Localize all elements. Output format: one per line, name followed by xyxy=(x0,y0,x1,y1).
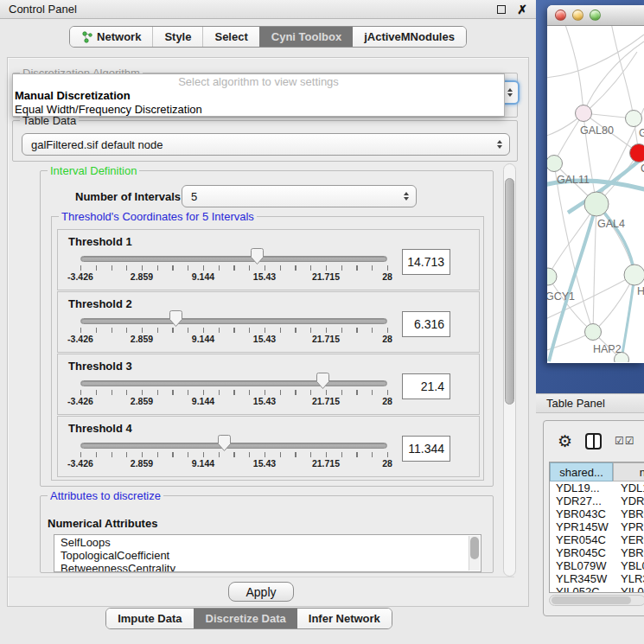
float-window-icon[interactable] xyxy=(497,5,506,14)
scrollbar-thumb[interactable] xyxy=(552,596,631,604)
table-cell[interactable]: YDL19... xyxy=(550,481,613,494)
table-cell[interactable]: YIL052C xyxy=(550,585,613,593)
node-label-clipped-c: C xyxy=(641,163,644,175)
settings-scrollbar[interactable] xyxy=(503,163,516,577)
table-cell[interactable]: YDR27... xyxy=(550,494,613,507)
table-cell[interactable]: YBR0 xyxy=(613,546,644,559)
tab-jactivemnodules[interactable]: jActiveMNodules xyxy=(353,27,466,47)
column-header-shared-name[interactable]: shared... xyxy=(550,462,613,481)
list-item-selfloops[interactable]: SelfLoops xyxy=(61,536,481,549)
table-row[interactable]: YDL19...YDL1 xyxy=(550,481,644,494)
tick-label: 9.144 xyxy=(192,458,214,469)
table-cell[interactable]: YBL0 xyxy=(613,559,644,572)
tab-cyni-toolbox[interactable]: Cyni Toolbox xyxy=(259,27,353,47)
split-columns-icon[interactable] xyxy=(585,433,602,450)
numerical-attributes-list[interactable]: SelfLoops TopologicalCoefficient Between… xyxy=(54,534,481,572)
checkbox-icon[interactable]: ☑ xyxy=(615,435,624,447)
threshold-1-value-field[interactable]: 14.713 xyxy=(402,249,450,275)
close-icon[interactable]: ✗ xyxy=(517,3,527,16)
table-cell[interactable]: YBR0 xyxy=(613,507,644,520)
control-panel: Control Panel ✗ Network Styl xyxy=(0,0,536,644)
tab-select[interactable]: Select xyxy=(202,27,258,47)
tick-label: 28 xyxy=(382,334,392,344)
table-cell[interactable]: YBL079W xyxy=(550,559,613,572)
table-cell[interactable]: YBR045C xyxy=(550,546,613,559)
control-panel-titlebar: Control Panel ✗ xyxy=(0,0,536,19)
table-row[interactable]: YIL052CYIL0 xyxy=(550,585,644,593)
table-row[interactable]: YLR345WYLR3 xyxy=(550,572,644,585)
column-header-name[interactable]: na xyxy=(613,462,644,481)
table-cell[interactable]: YDL1 xyxy=(613,481,644,494)
node-red-selected[interactable] xyxy=(630,144,644,163)
node-gcy1[interactable] xyxy=(547,268,557,285)
network-canvas[interactable]: GAL80 G C GAL11 GAL4 GCY1 H HAP2 xyxy=(547,26,644,362)
tab-network[interactable]: Network xyxy=(70,27,152,47)
threshold-1-slider[interactable] xyxy=(80,256,387,262)
slider-handle[interactable] xyxy=(316,373,329,389)
zoom-traffic-light-icon[interactable] xyxy=(590,10,601,21)
tab-style[interactable]: Style xyxy=(152,27,202,47)
checkbox-icons: ☑ ☑ xyxy=(615,435,634,447)
node-gal4[interactable] xyxy=(584,192,609,216)
table-cell[interactable]: YLR3 xyxy=(613,572,644,585)
table-horizontal-scrollbar[interactable] xyxy=(549,595,644,606)
table-data-combobox[interactable]: galFiltered.sif default node xyxy=(22,133,510,156)
tab-infer-network[interactable]: Infer Network xyxy=(297,609,392,628)
table-cell[interactable]: YDR2 xyxy=(613,494,644,507)
slider-handle[interactable] xyxy=(218,435,231,451)
table-panel-title: Table Panel xyxy=(546,397,605,410)
slider-handle[interactable] xyxy=(169,310,182,327)
table-panel-titlebar: Table Panel xyxy=(536,393,644,413)
list-item-betweennesscentrality[interactable]: BetweennessCentrality xyxy=(61,562,481,572)
tick-label: 15.43 xyxy=(253,334,276,344)
table-cell[interactable]: YER0 xyxy=(613,533,644,546)
minimize-traffic-light-icon[interactable] xyxy=(572,10,583,21)
scrollbar-thumb[interactable] xyxy=(505,178,514,405)
node-right-mid[interactable] xyxy=(624,265,644,285)
number-of-intervals-combobox[interactable]: 5 xyxy=(182,185,417,207)
slider-handle[interactable] xyxy=(251,248,264,265)
table-row[interactable]: YPR145WYPR1 xyxy=(550,520,644,533)
table-row[interactable]: YBL079WYBL0 xyxy=(550,559,644,572)
node-gal11[interactable] xyxy=(547,156,563,172)
threshold-3-slider[interactable] xyxy=(80,380,387,386)
node-attribute-table[interactable]: shared... na YDL19...YDL1 YDR27...YDR2 Y… xyxy=(549,462,644,593)
dropdown-option-equal-width-frequency[interactable]: Equal Width/Frequency Discretization xyxy=(13,103,504,117)
node-top-right[interactable] xyxy=(626,111,642,127)
list-item-topologicalcoefficient[interactable]: TopologicalCoefficient xyxy=(61,549,481,562)
table-cell[interactable]: YPR145W xyxy=(550,520,613,533)
network-window-titlebar[interactable] xyxy=(547,5,644,26)
table-row[interactable]: YDR27...YDR2 xyxy=(550,494,644,507)
apply-button[interactable]: Apply xyxy=(228,582,293,602)
table-row[interactable]: YBR043CYBR0 xyxy=(550,507,644,520)
threshold-4-slider[interactable] xyxy=(80,443,387,449)
table-cell[interactable]: YPR1 xyxy=(613,520,644,533)
threshold-3-value-field[interactable]: 21.4 xyxy=(402,373,450,399)
dropdown-option-manual-discretization[interactable]: Manual Discretization xyxy=(13,89,504,103)
tick-label: 2.859 xyxy=(131,458,153,469)
node-gal80[interactable] xyxy=(576,105,592,122)
threshold-2-value-field[interactable]: 6.316 xyxy=(402,311,450,337)
table-cell[interactable]: YLR345W xyxy=(550,572,613,585)
table-cell[interactable]: YBR043C xyxy=(550,507,613,520)
tab-impute-data[interactable]: Impute Data xyxy=(106,609,193,628)
tick-label: 28 xyxy=(382,458,392,469)
table-row[interactable]: YBR045CYBR0 xyxy=(550,546,644,559)
close-traffic-light-icon[interactable] xyxy=(555,10,566,21)
node-hap2[interactable] xyxy=(585,324,602,341)
tab-discretize-data[interactable]: Discretize Data xyxy=(194,609,297,628)
threshold-2-slider[interactable] xyxy=(80,318,387,324)
group-title: Threshold's Coordinates for 5 Intervals xyxy=(59,210,257,223)
checkbox-icon[interactable]: ☑ xyxy=(625,435,634,447)
threshold-4-value-field[interactable]: 11.344 xyxy=(402,436,450,462)
table-cell[interactable]: YER054C xyxy=(550,533,613,546)
threshold-label: Threshold 2 xyxy=(68,297,132,310)
gear-icon[interactable]: ⚙ xyxy=(558,433,572,450)
scrollbar-thumb[interactable] xyxy=(470,537,479,559)
table-row[interactable]: YER054CYER0 xyxy=(550,533,644,546)
table-cell[interactable]: YIL0 xyxy=(613,585,644,593)
combobox-value: galFiltered.sif default node xyxy=(31,138,163,151)
network-view-window[interactable]: GAL80 G C GAL11 GAL4 GCY1 H HAP2 xyxy=(547,5,644,363)
list-scrollbar[interactable] xyxy=(469,536,480,571)
network-desktop: GAL80 G C GAL11 GAL4 GCY1 H HAP2 xyxy=(536,0,644,393)
